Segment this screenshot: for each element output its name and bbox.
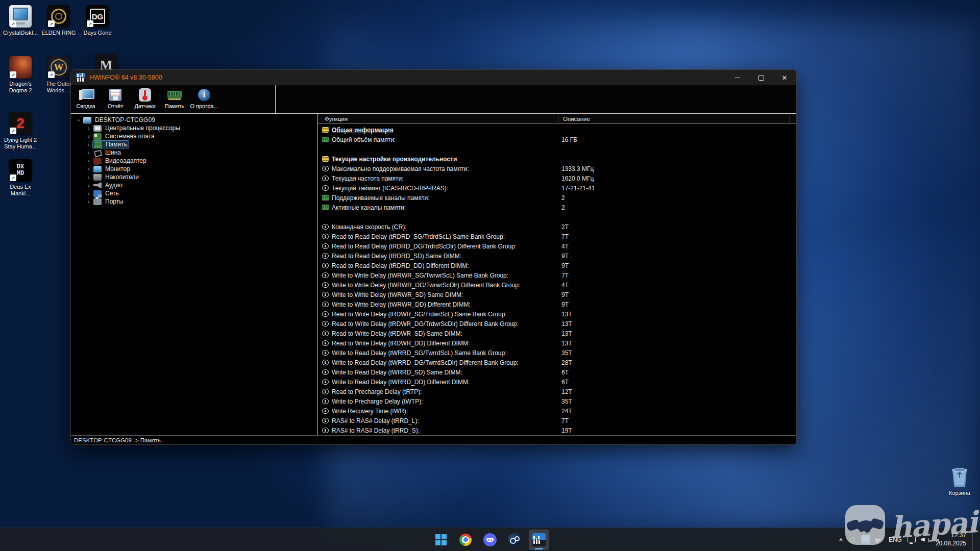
toolbar-button-summary[interactable]: Сводка <box>71 85 101 113</box>
minimize-button[interactable] <box>726 70 749 85</box>
table-row[interactable]: RAS# to RAS# Delay (tRRD_S):19T <box>318 425 796 435</box>
row-label: Write to Precharge Delay (tWTP): <box>332 398 423 405</box>
chevron-expanded-icon[interactable]: › <box>76 116 82 123</box>
bus-icon <box>93 149 102 156</box>
table-row[interactable]: Write to Read Delay (tWRRD_SD) Same DIMM… <box>318 367 796 377</box>
language-indicator[interactable]: ENG <box>889 536 902 543</box>
desktop-icon-dragons-dogma-2[interactable]: ↗Dragon's Dogma 2 <box>1 56 40 94</box>
table-row[interactable]: Write to Read Delay (tWRRD_SG/TwrrdScL) … <box>318 348 796 358</box>
table-row[interactable]: Текущая частота памяти:1620.0 МГц <box>318 173 796 183</box>
table-row[interactable]: Write to Read Delay (tWRRD_DD) Different… <box>318 377 796 387</box>
chevron-collapsed-icon[interactable]: › <box>85 191 92 196</box>
desktop-icon-days-gone[interactable]: ↗Days Gone <box>78 5 117 36</box>
table-row[interactable]: Текущий тайминг (tCAS-tRCD-tRP-tRAS):17-… <box>318 183 796 193</box>
desktop-icon-deus-ex-mankind[interactable]: ↗Deus Ex Manki... <box>1 159 40 197</box>
table-section-row[interactable]: Текущие настройки производительности <box>318 154 796 164</box>
close-button[interactable]: ✕ <box>773 70 796 85</box>
table-row[interactable]: Write to Write Delay (tWRWR_SD) Same DIM… <box>318 290 796 299</box>
tree-item-cpu[interactable]: ›Центральные процессоры <box>71 124 317 132</box>
table-row[interactable]: Read to Precharge Delay (tRTP):12T <box>318 387 796 396</box>
tray-clock[interactable]: 12:37 20.08.2025 <box>936 532 966 547</box>
maximize-button[interactable] <box>749 70 773 85</box>
toolbar-button-sensors[interactable]: Датчики <box>130 85 160 113</box>
table-row[interactable]: Read to Read Delay (tRDRD_SG/TrdrdScL) S… <box>318 232 796 241</box>
table-row[interactable]: Read to Read Delay (tRDRD_DD) Different … <box>318 261 796 270</box>
tree-item-ports[interactable]: ›Порты <box>71 197 317 206</box>
table-row[interactable]: Read to Read Delay (tRDRD_DG/TrdrdScDlr)… <box>318 241 796 251</box>
clock-icon <box>322 321 329 327</box>
tray-icon-app[interactable] <box>861 535 870 544</box>
tree-item-storage[interactable]: ›Накопители <box>71 173 317 181</box>
toolbar-button-label: Сводка <box>76 103 95 109</box>
chevron-collapsed-icon[interactable]: › <box>85 199 92 205</box>
column-divider[interactable] <box>558 115 558 122</box>
table-section-row[interactable]: Общая информация <box>318 125 796 135</box>
taskbar-icon-start[interactable] <box>431 530 451 550</box>
window-titlebar[interactable]: HWiNFO® 64 v8.30-5800 ✕ <box>71 70 796 85</box>
table-row[interactable]: Read to Write Delay (tRDWR_SG/TrdwrScL) … <box>318 309 796 319</box>
toolbar-button-about[interactable]: О програ... <box>189 85 219 113</box>
show-desktop-button[interactable] <box>972 528 975 551</box>
tree-item-gpu[interactable]: ›Видеоадаптер <box>71 157 317 165</box>
table-row[interactable]: Write Recovery Time (tWR):24T <box>318 406 796 416</box>
table-row[interactable]: RAS# to RAS# Delay (tRRD_L):7T <box>318 416 796 425</box>
chevron-collapsed-icon[interactable]: › <box>85 166 92 172</box>
table-row[interactable]: Write to Precharge Delay (tWTP):35T <box>318 396 796 406</box>
table-row[interactable]: Read to Write Delay (tRDWR_DG/TrdwrScDlr… <box>318 319 796 329</box>
taskbar-icon-hwinfo[interactable] <box>529 530 549 550</box>
recycle-bin[interactable]: Корзина <box>940 465 979 496</box>
tree-item-memory[interactable]: ›Память <box>71 140 317 148</box>
chevron-collapsed-icon[interactable]: › <box>85 134 92 139</box>
table-row[interactable]: Write to Write Delay (tWRWR_DD) Differen… <box>318 299 796 309</box>
chrome-icon <box>459 534 472 546</box>
desktop-icon-dying-light-2[interactable]: ↗Dying Light 2 Stay Huma... <box>1 112 40 150</box>
table-row[interactable]: Write to Write Delay (tWRWR_SG/TwrwrScL)… <box>318 270 796 280</box>
volume-icon[interactable] <box>921 536 930 544</box>
motherboard-icon <box>93 133 102 140</box>
toolbar-button-memory[interactable]: Память <box>160 85 189 113</box>
taskbar-icon-steam[interactable] <box>504 530 525 550</box>
chevron-collapsed-icon[interactable]: › <box>85 174 92 180</box>
network-icon[interactable] <box>907 536 916 544</box>
taskbar-icon-chrome[interactable] <box>455 530 476 550</box>
chevron-collapsed-icon[interactable]: › <box>85 183 92 188</box>
shortcut-arrow-icon: ↗ <box>10 128 16 134</box>
table-row[interactable]: Общий объём памяти:16 ГБ <box>318 135 796 144</box>
tree-root-node[interactable]: ›DESKTOP-CTCGG09 <box>71 116 317 124</box>
table-row[interactable]: Активные каналы памяти:2 <box>318 203 796 212</box>
table-row[interactable]: Командная скорость (CR):2T <box>318 222 796 232</box>
row-label: Максимально поддерживаемая частота памят… <box>332 165 469 172</box>
tray-icon-telegram[interactable] <box>874 535 884 544</box>
desktop-icon-crystaldiskinfo[interactable]: ↗CrystalDiskI... <box>1 5 40 36</box>
desktop-icon-elden-ring[interactable]: ↗ELDEN RING <box>39 5 78 36</box>
tree-item-monitor[interactable]: ›Монитор <box>71 165 317 173</box>
chevron-collapsed-icon[interactable]: › <box>85 150 92 156</box>
row-label: Read to Read Delay (tRDRD_SD) Same DIMM: <box>332 253 461 260</box>
dying-light-2-icon: ↗ <box>9 112 32 135</box>
tree-item-network[interactable]: ›Сеть <box>71 189 317 197</box>
row-value: 2 <box>561 194 565 202</box>
table-row[interactable]: Write to Read Delay (tWRRD_DG/TwrrdScDlr… <box>318 358 796 367</box>
tree-item-label: Сеть <box>104 190 120 197</box>
tray-chevron-up-icon[interactable]: ^ <box>839 537 843 544</box>
table-row[interactable]: Read to Read Delay (tRDRD_SD) Same DIMM:… <box>318 251 796 261</box>
tree-item-bus[interactable]: ›Шина <box>71 148 317 157</box>
table-row[interactable]: Поддерживаемые каналы памяти:2 <box>318 193 796 203</box>
recycle-bin-label: Корзина <box>940 490 979 496</box>
tray-icon-nvidia[interactable] <box>848 535 857 544</box>
table-row[interactable]: Read to Write Delay (tRDWR_SD) Same DIMM… <box>318 329 796 338</box>
chevron-collapsed-icon[interactable]: › <box>85 158 92 164</box>
table-row[interactable]: Максимально поддерживаемая частота памят… <box>318 164 796 173</box>
table-row[interactable]: Write to Write Delay (tWRWR_DG/TwrwrScDl… <box>318 280 796 290</box>
chevron-collapsed-icon[interactable]: › <box>85 126 92 131</box>
toolbar-button-report[interactable]: Отчёт <box>101 85 130 113</box>
tree-item-audio[interactable]: ›Аудио <box>71 181 317 189</box>
chevron-collapsed-icon[interactable]: › <box>85 142 92 147</box>
taskbar-icon-discord[interactable] <box>480 530 500 550</box>
table-row[interactable]: Read to Write Delay (tRDWR_DD) Different… <box>318 338 796 348</box>
tree-item-motherboard[interactable]: ›Системная плата <box>71 132 317 140</box>
toolbar-button-label: Память <box>165 103 184 109</box>
shortcut-arrow-icon: ↗ <box>10 20 16 27</box>
column-divider-right[interactable] <box>790 115 790 122</box>
toolbar-button-label: Отчёт <box>108 103 123 109</box>
